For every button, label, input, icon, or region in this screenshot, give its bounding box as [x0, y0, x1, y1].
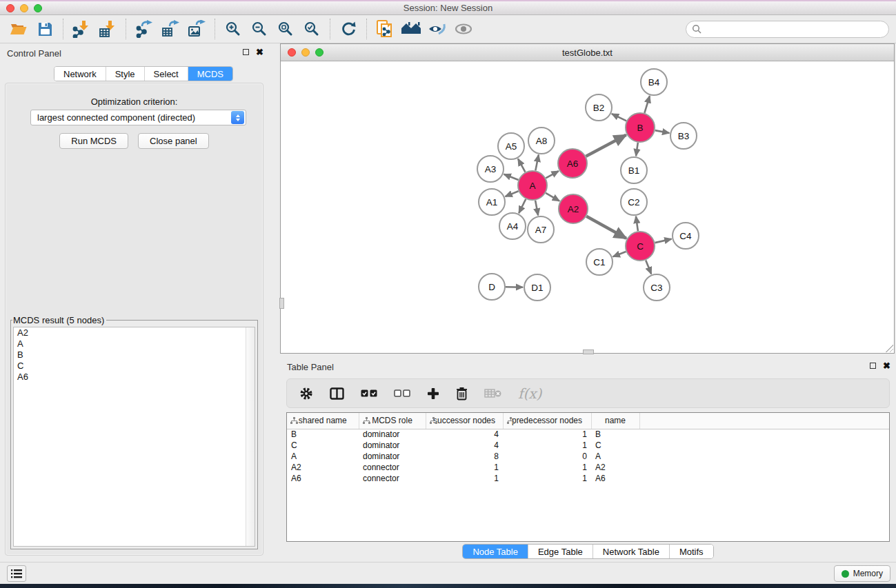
- graph-edge[interactable]: [646, 260, 651, 274]
- table-cell[interactable]: 0: [503, 451, 591, 462]
- table-row[interactable]: Bdominator41B: [287, 429, 889, 440]
- table-cell[interactable]: dominator: [359, 440, 426, 451]
- table-cell[interactable]: B: [287, 429, 359, 440]
- table-row[interactable]: Cdominator41C: [287, 440, 889, 451]
- table-cell[interactable]: connector: [359, 462, 426, 473]
- table-cell[interactable]: C: [287, 440, 359, 451]
- function-builder-button[interactable]: f(x): [518, 385, 541, 402]
- table-cell[interactable]: connector: [359, 473, 426, 484]
- result-item[interactable]: B: [14, 349, 255, 361]
- column-header[interactable]: successor nodes: [426, 413, 503, 429]
- table-cell[interactable]: A6: [591, 473, 639, 484]
- memory-button[interactable]: Memory: [834, 565, 890, 582]
- result-scrollbar[interactable]: [246, 327, 255, 546]
- column-header[interactable]: shared name: [287, 413, 359, 429]
- graph-edge[interactable]: [586, 216, 626, 239]
- graph-edge[interactable]: [655, 130, 670, 133]
- graph-edge[interactable]: [613, 252, 626, 256]
- zoom-in-button[interactable]: [220, 17, 246, 41]
- graph-edge[interactable]: [535, 155, 539, 171]
- unselect-all-button[interactable]: [394, 389, 410, 397]
- table-cell[interactable]: A2: [287, 462, 359, 473]
- float-panel-button[interactable]: [243, 49, 249, 55]
- table-cell[interactable]: A: [591, 451, 639, 462]
- column-header[interactable]: MCDS role: [359, 413, 426, 429]
- add-column-button[interactable]: [427, 387, 439, 400]
- tab-mcds[interactable]: MCDS: [188, 67, 232, 81]
- graph-edge[interactable]: [644, 96, 650, 113]
- tab-node-table[interactable]: Node Table: [463, 545, 528, 558]
- table-cell[interactable]: 1: [426, 473, 503, 484]
- network-canvas[interactable]: B4B2BB3A8A5A6A3B1AA1C2A2A4A7C4CC1DC3D1: [281, 61, 894, 353]
- close-window-button[interactable]: [6, 4, 14, 12]
- graph-edge[interactable]: [612, 114, 626, 121]
- column-header[interactable]: predecessor nodes: [503, 413, 591, 429]
- network-graph[interactable]: B4B2BB3A8A5A6A3B1AA1C2A2A4A7C4CC1DC3D1: [281, 61, 894, 353]
- delete-table-button[interactable]: [484, 388, 501, 398]
- table-row[interactable]: A2connector11A2: [287, 462, 889, 473]
- toggle-columns-button[interactable]: [330, 387, 344, 400]
- graph-edge[interactable]: [586, 135, 626, 156]
- graph-edge[interactable]: [519, 199, 526, 213]
- table-cell[interactable]: dominator: [359, 451, 426, 462]
- export-network-button[interactable]: [131, 17, 157, 41]
- table-settings-button[interactable]: [299, 387, 313, 401]
- tab-style[interactable]: Style: [106, 67, 145, 81]
- save-session-button[interactable]: [32, 17, 58, 41]
- zoom-window-button[interactable]: [34, 4, 42, 12]
- graph-edge[interactable]: [655, 239, 671, 243]
- column-header[interactable]: name: [591, 413, 639, 429]
- network-window-titlebar[interactable]: testGlobe.txt: [281, 44, 894, 61]
- graph-edge[interactable]: [505, 191, 518, 196]
- select-all-button[interactable]: [361, 389, 377, 397]
- table-row[interactable]: Adominator80A: [287, 451, 889, 462]
- task-history-button[interactable]: [7, 565, 26, 582]
- table-cell[interactable]: 1: [503, 462, 591, 473]
- graph-edge[interactable]: [504, 174, 519, 180]
- new-network-from-selection-button[interactable]: [372, 17, 398, 41]
- table-cell[interactable]: 1: [503, 473, 591, 484]
- result-item[interactable]: A6: [14, 372, 255, 383]
- table-cell[interactable]: 8: [426, 451, 503, 462]
- run-mcds-button[interactable]: Run MCDS: [59, 133, 128, 149]
- zoom-out-button[interactable]: [246, 17, 272, 41]
- graph-edge[interactable]: [535, 201, 538, 216]
- close-panel-button-mcds[interactable]: Close panel: [138, 133, 209, 149]
- close-panel-button[interactable]: ✖: [256, 48, 263, 56]
- result-item[interactable]: C: [14, 361, 255, 372]
- tab-network[interactable]: Network: [54, 67, 106, 81]
- tab-network-table[interactable]: Network Table: [593, 545, 670, 558]
- result-item[interactable]: A: [14, 338, 255, 349]
- export-table-button[interactable]: [157, 17, 183, 41]
- zoom-fit-button[interactable]: [272, 17, 299, 41]
- first-neighbors-button[interactable]: [398, 17, 424, 41]
- export-image-button[interactable]: [183, 17, 210, 41]
- float-table-panel-button[interactable]: [870, 363, 876, 369]
- table-cell[interactable]: B: [591, 429, 639, 440]
- table-cell[interactable]: 4: [426, 440, 503, 451]
- close-table-panel-button[interactable]: ✖: [883, 362, 890, 369]
- open-session-button[interactable]: [6, 17, 32, 41]
- graph-edge[interactable]: [546, 193, 559, 201]
- minimize-window-button[interactable]: [20, 4, 28, 12]
- delete-column-button[interactable]: [456, 387, 468, 401]
- table-cell[interactable]: dominator: [359, 429, 426, 440]
- table-cell[interactable]: A: [287, 451, 359, 462]
- import-table-button[interactable]: [94, 17, 121, 41]
- graph-edge[interactable]: [636, 143, 638, 156]
- refresh-view-button[interactable]: [335, 17, 361, 41]
- graph-edge[interactable]: [636, 216, 638, 231]
- bottom-edge-grip[interactable]: [583, 349, 594, 354]
- table-cell[interactable]: 4: [426, 429, 503, 440]
- import-network-button[interactable]: [68, 17, 94, 41]
- show-all-button[interactable]: [450, 17, 477, 41]
- table-cell[interactable]: A6: [287, 473, 359, 484]
- mcds-result-list[interactable]: A2ABCA6: [13, 327, 255, 547]
- tab-motifs[interactable]: Motifs: [670, 545, 713, 558]
- tab-select[interactable]: Select: [145, 67, 188, 81]
- table-cell[interactable]: A2: [591, 462, 639, 473]
- table-cell[interactable]: 1: [503, 429, 591, 440]
- result-item[interactable]: A2: [14, 327, 255, 338]
- table-cell[interactable]: 1: [426, 462, 503, 473]
- table-cell[interactable]: C: [591, 440, 639, 451]
